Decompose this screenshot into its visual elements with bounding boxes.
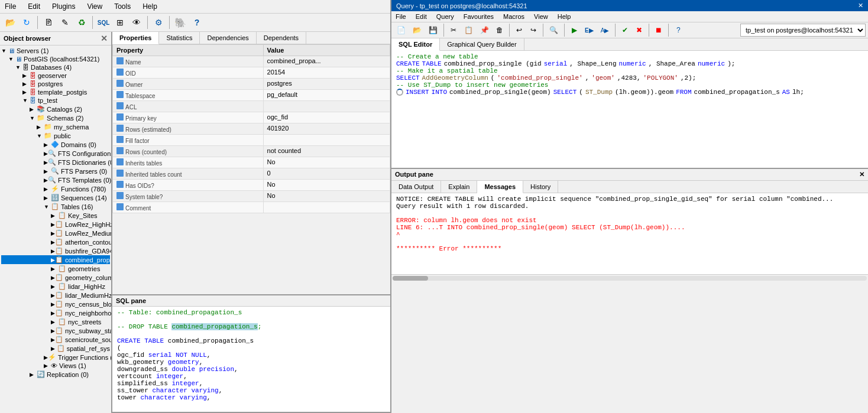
- toolbar-properties-btn[interactable]: 🖹: [41, 15, 56, 30]
- tab-properties[interactable]: Properties: [112, 32, 159, 44]
- toolbar-pgadmin-btn[interactable]: ⚙: [151, 15, 166, 30]
- toolbar-edit-btn[interactable]: ✎: [57, 15, 73, 30]
- menu-tools[interactable]: Tools: [112, 1, 133, 12]
- qtb-redo[interactable]: ↪: [527, 24, 540, 37]
- tree-item[interactable]: ▶🔍FTS Dictionaries (0): [1, 158, 110, 167]
- tree-item[interactable]: ▶🔍FTS Templates (0): [1, 175, 110, 184]
- tree-item[interactable]: ▶🔷Domains (0): [1, 140, 110, 149]
- object-browser-close[interactable]: ✕: [101, 34, 108, 43]
- tab-history[interactable]: History: [523, 181, 558, 193]
- qmenu-help[interactable]: Help: [556, 12, 573, 21]
- qtb-rollback[interactable]: ✖: [633, 24, 646, 37]
- qtb-stop[interactable]: ⏹: [652, 24, 665, 37]
- connection-selector[interactable]: tp_test on postgres@localhost:54321: [740, 24, 866, 37]
- tab-graphical-query-builder[interactable]: Graphical Query Builder: [440, 38, 524, 50]
- qtb-execute[interactable]: ▶: [568, 24, 581, 37]
- qmenu-query[interactable]: Query: [435, 12, 456, 21]
- tree-arrow: ▶: [51, 257, 55, 263]
- tree-item[interactable]: ▼🖥Servers (1): [1, 47, 110, 55]
- menu-view[interactable]: View: [85, 1, 105, 12]
- query-editor-area[interactable]: -- Create a new tableCREATE TABLE combin…: [391, 51, 868, 169]
- output-close-btn[interactable]: ✕: [859, 171, 864, 178]
- tab-dependents[interactable]: Dependents: [257, 32, 306, 44]
- qtb-help[interactable]: ?: [672, 24, 685, 37]
- toolbar-elephant-btn[interactable]: 🐘: [173, 15, 188, 30]
- toolbar-help-btn[interactable]: ?: [189, 15, 205, 30]
- tab-dependencies[interactable]: Dependencies: [200, 32, 256, 44]
- toolbar-view-btn[interactable]: 👁: [129, 15, 144, 30]
- menu-file[interactable]: File: [2, 1, 18, 12]
- prop-cell-name: Inherits tables: [113, 157, 264, 168]
- toolbar-open-btn[interactable]: 📂: [2, 15, 18, 30]
- tree-item[interactable]: ▶📋atherton_contour_test: [1, 238, 110, 246]
- tree-item[interactable]: ▶📋LowRez_MediumHz: [1, 229, 110, 238]
- menu-plugins[interactable]: Plugins: [50, 1, 77, 12]
- tree-label: Sequences (14): [61, 194, 107, 201]
- tree-item[interactable]: ▶⚡Functions (780): [1, 184, 110, 193]
- qmenu-file[interactable]: File: [394, 12, 408, 21]
- qmenu-macros[interactable]: Macros: [501, 12, 526, 21]
- qtb-open[interactable]: 📂: [410, 24, 425, 37]
- output-scrollbar[interactable]: [391, 274, 868, 281]
- tab-sql-editor[interactable]: SQL Editor: [391, 38, 440, 51]
- tree-item[interactable]: ▶📋LowRez_HighHz: [1, 220, 110, 229]
- tree-item[interactable]: ▶⚡Trigger Functions (2): [1, 353, 110, 362]
- tree-item[interactable]: ▼🗄Databases (4): [1, 63, 110, 71]
- tree-item[interactable]: ▼📋Tables (16): [1, 202, 110, 211]
- tree-item[interactable]: ▶📋nyc_subway_stations: [1, 326, 110, 335]
- tree-item[interactable]: ▶🔄Replication (0): [1, 370, 110, 379]
- tree-item[interactable]: ▶📋nyc_streets: [1, 317, 110, 326]
- qtb-cut[interactable]: ✂: [447, 24, 460, 37]
- toolbar-sql-btn[interactable]: SQL: [96, 15, 111, 30]
- tab-data-output[interactable]: Data Output: [391, 181, 441, 193]
- tree-item[interactable]: ▶📋geometries: [1, 264, 110, 273]
- tree-item[interactable]: ▼🗄tp_test: [1, 96, 110, 105]
- tree-item[interactable]: ▶📚Catalogs (2): [1, 105, 110, 113]
- qmenu-view[interactable]: View: [532, 12, 550, 21]
- tree-item[interactable]: ▶📋spatial_ref_sys: [1, 344, 110, 353]
- tree-item[interactable]: ▶📁my_schema: [1, 122, 110, 131]
- tree-item[interactable]: ▶📋lidar_HighHz: [1, 282, 110, 291]
- tree-arrow: ▶: [22, 81, 30, 87]
- tree-item[interactable]: ▶📋bushfire_GDA94: [1, 246, 110, 255]
- menu-edit[interactable]: Edit: [25, 1, 43, 12]
- qtb-save[interactable]: 💾: [426, 24, 441, 37]
- tab-messages[interactable]: Messages: [477, 181, 523, 193]
- tree-item[interactable]: ▶📋scenicroute_source_2mrside: [1, 335, 110, 344]
- tree-item[interactable]: ▶🗄geoserver: [1, 71, 110, 80]
- tab-statistics[interactable]: Statistics: [159, 32, 200, 44]
- tree-item[interactable]: ▶🔢Sequences (14): [1, 193, 110, 202]
- qtb-analyze[interactable]: A▶: [598, 24, 613, 37]
- tree-item[interactable]: ▶📋geometry_columns: [1, 273, 110, 282]
- qtb-search[interactable]: 🔍: [546, 24, 561, 37]
- tree-item[interactable]: ▼🖥PostGIS (localhost:54321): [1, 55, 110, 63]
- qmenu-favourites[interactable]: Favourites: [462, 12, 495, 21]
- toolbar-table-btn[interactable]: ⊞: [112, 15, 128, 30]
- tab-explain[interactable]: Explain: [441, 181, 477, 193]
- qtb-paste[interactable]: 📌: [477, 24, 492, 37]
- tree-item[interactable]: ▶📋lidar_MediumHz: [1, 291, 110, 300]
- qtb-delete[interactable]: 🗑: [493, 24, 506, 37]
- tree-item[interactable]: ▶🗄template_postgis: [1, 88, 110, 96]
- tree-item[interactable]: ▼📁Schemas (2): [1, 113, 110, 122]
- tree-item[interactable]: ▶👁Views (1): [1, 362, 110, 370]
- tree-item[interactable]: ▶🔍FTS Configurations (0): [1, 149, 110, 158]
- qtb-new[interactable]: 📄: [394, 24, 409, 37]
- tree-item[interactable]: ▶📋nyc_census_blocks: [1, 300, 110, 308]
- qmenu-edit[interactable]: Edit: [414, 12, 429, 21]
- query-close-btn[interactable]: ✕: [858, 2, 863, 9]
- toolbar-refresh-btn[interactable]: ↻: [19, 15, 34, 30]
- tree-item[interactable]: ▶📋Key_Sites: [1, 211, 110, 220]
- qtb-commit[interactable]: ✔: [618, 24, 631, 37]
- tree-item[interactable]: ▶📋combined_propagation_s: [1, 255, 110, 264]
- qtb-undo[interactable]: ↩: [513, 24, 526, 37]
- menu-help[interactable]: Help: [140, 1, 160, 12]
- tree-item[interactable]: ▼📁public: [1, 131, 110, 140]
- qtb-copy[interactable]: 📋: [461, 24, 476, 37]
- qtb-explain[interactable]: E▶: [582, 24, 597, 37]
- tree-item[interactable]: ▶📋nyc_neighborhoods: [1, 308, 110, 317]
- tree-item[interactable]: ▶🔍FTS Parsers (0): [1, 167, 110, 175]
- toolbar-save-btn[interactable]: ♻: [74, 15, 89, 30]
- tree-area[interactable]: ▼🖥Servers (1)▼🖥PostGIS (localhost:54321)…: [0, 45, 111, 413]
- tree-item[interactable]: ▶🗄postgres: [1, 80, 110, 88]
